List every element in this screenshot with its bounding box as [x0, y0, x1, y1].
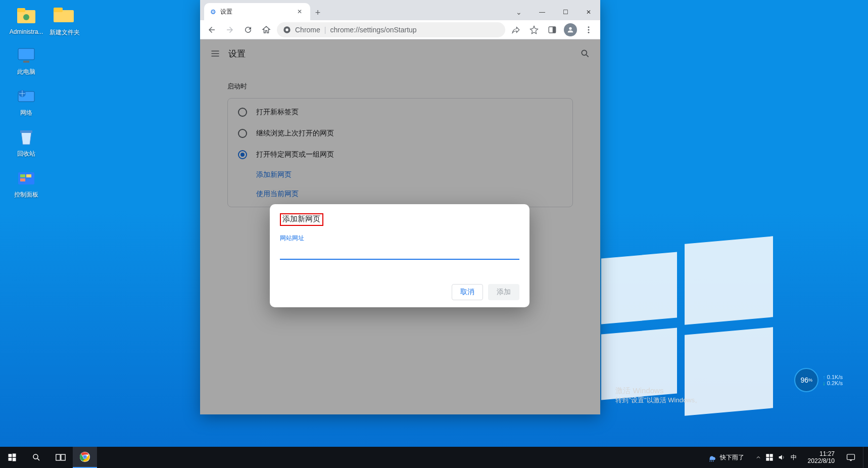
user-folder-icon — [14, 6, 38, 26]
svg-rect-4 — [23, 61, 29, 63]
svg-rect-24 — [13, 454, 16, 457]
nav-back-button[interactable] — [204, 22, 219, 37]
desktop: Administra... 此电脑 网络 回收站 控制面板 — [0, 0, 868, 468]
desktop-icon-label: 此电脑 — [7, 68, 45, 76]
battery-percent-circle: 96% — [794, 368, 818, 392]
nav-reload-button[interactable] — [240, 22, 256, 37]
task-view-button[interactable] — [49, 447, 73, 468]
taskbar-right: 快下雨了 中 11:27 2022/8/10 — [702, 447, 868, 468]
desktop-icons: Administra... 此电脑 网络 回收站 控制面板 — [7, 6, 45, 209]
new-tab-button[interactable]: + — [310, 5, 325, 20]
add-page-dialog: 添加新网页 网站网址 取消 添加 — [270, 204, 529, 307]
svg-rect-7 — [20, 130, 32, 133]
show-desktop-button[interactable] — [863, 447, 866, 468]
clock-time: 11:27 — [808, 450, 835, 457]
svg-point-21 — [588, 31, 590, 33]
svg-rect-29 — [61, 454, 65, 460]
percent-value: 96 — [800, 376, 808, 384]
upload-speed: 0.1K/s — [827, 374, 843, 380]
tray-ime-indicator[interactable]: 中 — [790, 453, 798, 462]
browser-tab-settings[interactable]: ⚙ 设置 ✕ — [204, 3, 310, 20]
desktop-icon-label: Administra... — [7, 28, 45, 35]
svg-rect-23 — [9, 454, 12, 457]
monitor-icon — [14, 45, 38, 66]
add-button[interactable]: 添加 — [488, 284, 519, 300]
dialog-title: 添加新网页 — [280, 213, 323, 226]
desktop-icon-administrator[interactable]: Administra... — [7, 6, 45, 35]
chrome-toolbar: Chrome | chrome://settings/onStartup — [200, 20, 600, 39]
url-input[interactable] — [280, 244, 519, 260]
watermark-line1: 激活 Windows — [615, 386, 701, 396]
svg-point-15 — [285, 28, 288, 31]
avatar-icon — [564, 23, 577, 36]
start-button[interactable] — [0, 447, 24, 468]
desktop-icon-control-panel[interactable]: 控制面板 — [7, 168, 45, 199]
side-panel-icon[interactable] — [545, 22, 560, 37]
recycle-bin-icon — [14, 127, 38, 148]
bookmark-star-icon[interactable] — [526, 22, 542, 37]
profile-avatar[interactable] — [563, 22, 578, 37]
desktop-icon-new-folder[interactable]: 新建文件夹 — [45, 6, 84, 37]
svg-rect-25 — [9, 458, 12, 461]
svg-rect-9 — [20, 174, 25, 177]
tray-volume-icon[interactable] — [778, 453, 786, 461]
svg-rect-13 — [54, 8, 63, 12]
svg-rect-17 — [553, 27, 556, 33]
download-speed: 0.2K/s — [827, 380, 843, 386]
chrome-menu-button[interactable] — [581, 22, 596, 37]
svg-point-19 — [588, 26, 590, 28]
system-tray: 中 — [751, 453, 802, 462]
chrome-content: 设置 启动时 打开新标签页 继续浏览上次打开的网页 — [200, 39, 600, 414]
action-center-button[interactable] — [841, 447, 861, 468]
dialog-actions: 取消 添加 — [280, 284, 519, 300]
tab-close-button[interactable]: ✕ — [295, 7, 304, 16]
window-minimize-button[interactable]: — — [531, 4, 554, 20]
taskbar-clock[interactable]: 11:27 2022/8/10 — [804, 450, 839, 464]
globe-monitor-icon — [14, 86, 38, 107]
watermark-line2: 转到"设置"以激活 Windows。 — [615, 396, 701, 405]
weather-icon — [707, 453, 717, 462]
control-panel-icon — [14, 168, 38, 189]
svg-rect-26 — [13, 458, 16, 461]
address-bar[interactable]: Chrome | chrome://settings/onStartup — [277, 22, 505, 37]
tab-title: 设置 — [220, 8, 232, 16]
window-dropdown-button[interactable]: ⌄ — [507, 4, 531, 20]
desktop-icon-label: 新建文件夹 — [45, 28, 84, 37]
window-controls: ⌄ — ☐ ✕ — [507, 4, 600, 20]
share-icon[interactable] — [508, 22, 523, 37]
desktop-icon-this-pc[interactable]: 此电脑 — [7, 45, 45, 76]
search-button[interactable] — [24, 447, 49, 468]
chrome-logo-icon — [283, 26, 291, 34]
svg-point-27 — [33, 454, 38, 459]
net-speeds: ↑ 0.1K/s ↓ 0.2K/s — [823, 374, 843, 386]
window-close-button[interactable]: ✕ — [577, 4, 600, 20]
cancel-button[interactable]: 取消 — [452, 284, 483, 300]
desktop-icon-label: 回收站 — [7, 150, 45, 158]
gear-icon: ⚙ — [210, 8, 216, 16]
tray-security-icon[interactable] — [765, 453, 774, 461]
svg-rect-1 — [17, 8, 25, 12]
svg-rect-35 — [769, 454, 773, 457]
svg-point-18 — [569, 27, 571, 29]
svg-point-20 — [588, 29, 590, 30]
folder-icon — [53, 6, 77, 26]
network-speed-widget[interactable]: 96% ↑ 0.1K/s ↓ 0.2K/s — [794, 368, 843, 392]
windows-activation-watermark: 激活 Windows 转到"设置"以激活 Windows。 — [615, 386, 701, 405]
svg-point-33 — [83, 455, 86, 458]
desktop-icon-network[interactable]: 网络 — [7, 86, 45, 117]
svg-rect-37 — [769, 458, 773, 461]
chrome-window: ⚙ 设置 ✕ + ⌄ — ☐ ✕ — [200, 0, 600, 414]
tray-chevron-up-icon[interactable] — [755, 454, 761, 460]
svg-rect-28 — [56, 454, 60, 460]
taskbar-weather[interactable]: 快下雨了 — [702, 453, 749, 462]
weather-text: 快下雨了 — [720, 453, 744, 462]
svg-point-2 — [23, 14, 29, 20]
nav-home-button[interactable] — [259, 22, 274, 37]
desktop-icon-recycle-bin[interactable]: 回收站 — [7, 127, 45, 158]
nav-forward-button[interactable] — [222, 22, 237, 37]
svg-rect-38 — [847, 454, 855, 460]
window-maximize-button[interactable]: ☐ — [554, 4, 577, 20]
taskbar-app-chrome[interactable] — [73, 447, 97, 468]
address-chip: Chrome — [295, 26, 320, 34]
svg-rect-3 — [18, 49, 34, 60]
